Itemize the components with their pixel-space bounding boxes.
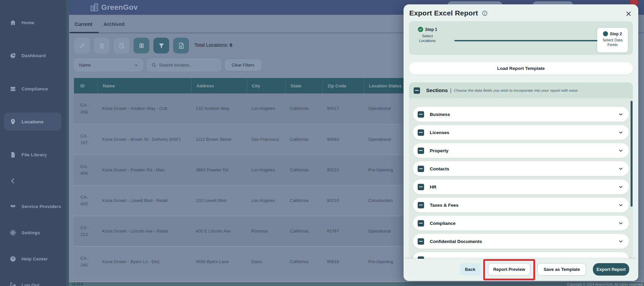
total-locations: Total Locations: 6 xyxy=(194,42,232,48)
section-row[interactable]: HR xyxy=(413,179,629,194)
section-row[interactable]: Property xyxy=(413,143,629,158)
search-input[interactable]: Search location... xyxy=(147,59,221,71)
section-row[interactable]: Confidential Documents xyxy=(413,234,629,249)
cell-name: Kona Grown - Aviation Way - Cult. xyxy=(98,93,191,124)
sections-scrollbar[interactable] xyxy=(631,101,633,207)
cell-city: San Francisco xyxy=(247,124,285,155)
sections-header: Sections | Choose the data fields you wi… xyxy=(409,82,633,98)
col-header-id[interactable]: ID xyxy=(74,78,98,93)
excel-export-icon xyxy=(178,42,185,49)
sidebar-item-compliance[interactable]: Compliance xyxy=(0,82,66,95)
cell-address: 4555 Byers Lane xyxy=(191,247,247,277)
step1-label: Step 1 xyxy=(425,27,437,32)
cell-city: Los Angeles xyxy=(247,155,285,185)
filter-button[interactable] xyxy=(153,38,169,53)
info-icon[interactable] xyxy=(482,10,488,16)
cell-state: California xyxy=(285,216,322,246)
sidebar-item-log-out[interactable]: Log Out xyxy=(0,278,66,286)
export-excel-button[interactable] xyxy=(173,38,189,53)
total-locations-label: Total Locations: xyxy=(194,42,228,48)
sidebar-item-help-center[interactable]: ? Help Center xyxy=(0,252,66,265)
section-checkbox[interactable] xyxy=(418,238,424,245)
col-header-state[interactable]: State xyxy=(285,78,322,93)
section-row[interactable]: Licenses xyxy=(413,125,629,140)
section-row[interactable]: Contacts xyxy=(413,161,629,176)
sidebar-item-label: Service Providers xyxy=(22,204,61,209)
section-checkbox[interactable] xyxy=(418,129,424,136)
sidebar: Home Dashboard Compliance Locations File… xyxy=(0,0,66,286)
chevron-down-icon xyxy=(618,166,623,171)
archive-location-button[interactable] xyxy=(114,38,129,53)
section-checkbox[interactable] xyxy=(418,111,424,118)
section-label: Taxes & Fees xyxy=(430,203,458,208)
tab-archived[interactable]: Archived xyxy=(104,22,124,27)
col-header-name[interactable]: Name xyxy=(98,78,191,93)
brand-name: GreenGov xyxy=(101,3,138,12)
col-header-zip[interactable]: Zip Code xyxy=(322,78,364,93)
list-location-icon xyxy=(118,42,125,49)
select-all-checkbox[interactable] xyxy=(414,87,420,94)
section-checkbox[interactable] xyxy=(418,166,424,172)
section-checkbox[interactable] xyxy=(418,148,424,154)
logout-icon xyxy=(9,282,16,286)
section-checkbox[interactable] xyxy=(418,220,424,227)
step-2: Step 2 Select Data Fields xyxy=(597,28,628,52)
sections-list: Business Licenses Property xyxy=(409,98,633,259)
sidebar-item-dashboard[interactable]: Dashboard xyxy=(0,49,66,62)
cell-id: CA - 197 xyxy=(74,124,98,155)
columns-button[interactable] xyxy=(134,38,149,53)
step-1: Step 1 Select Locations xyxy=(413,27,442,43)
back-button[interactable]: Back xyxy=(460,263,481,276)
section-label: HR xyxy=(430,185,437,190)
col-header-address[interactable]: Address xyxy=(191,78,247,93)
col-header-city[interactable]: City xyxy=(247,78,285,93)
filter-field-value: Name xyxy=(79,63,91,68)
stepper-connector xyxy=(454,40,598,41)
sidebar-item-label: Settings xyxy=(22,230,40,235)
step2-dot-icon xyxy=(603,31,608,36)
cell-name: Kona Grown - Lincoln Ave - Retail xyxy=(98,216,191,246)
section-checkbox[interactable] xyxy=(418,202,424,208)
sidebar-item-service-providers[interactable]: Service Providers xyxy=(0,200,66,213)
sidebar-item-locations[interactable]: Locations xyxy=(0,115,66,128)
sidebar-item-file-library[interactable]: File Library xyxy=(0,148,66,161)
section-label: Licenses xyxy=(430,130,449,135)
cell-zip: 95616 xyxy=(322,247,364,277)
chevron-down-icon xyxy=(618,220,623,226)
section-row[interactable]: Taxes & Fees xyxy=(413,198,629,212)
section-row[interactable]: Business xyxy=(413,107,629,122)
sidebar-item-settings[interactable]: Settings xyxy=(0,226,66,239)
inbox-icon xyxy=(9,85,16,92)
delete-location-button[interactable] xyxy=(94,38,110,53)
report-preview-button[interactable]: Report Preview xyxy=(488,263,530,276)
cell-state: California xyxy=(285,186,322,216)
clear-filters-button[interactable]: Clear Filters xyxy=(225,59,261,71)
cell-zip: 91767 xyxy=(322,216,364,246)
export-report-button[interactable]: Export Report xyxy=(593,263,629,276)
active-tab-underline xyxy=(70,32,99,33)
sidebar-item-label: File Library xyxy=(22,152,47,157)
total-locations-value: 6 xyxy=(230,42,232,48)
section-row[interactable]: Compliance xyxy=(413,216,629,231)
sidebar-item-home[interactable]: Home xyxy=(0,16,66,29)
section-label: Compliance xyxy=(430,221,456,226)
section-checkbox[interactable] xyxy=(418,184,424,190)
filter-field-select[interactable]: Name xyxy=(74,59,143,71)
load-report-template-button[interactable]: Load Report Template xyxy=(409,62,633,75)
sidebar-item-label: Locations xyxy=(22,119,44,124)
chevron-down-icon xyxy=(618,112,623,117)
cell-state: California xyxy=(285,155,322,185)
modal-footer: Back Report Preview Save as Template Exp… xyxy=(404,259,638,281)
export-stepper: Step 1 Select Locations Step 2 Select Da… xyxy=(409,21,633,55)
file-icon xyxy=(9,151,16,158)
cell-city: Los Angeles xyxy=(247,186,285,216)
close-icon[interactable] xyxy=(625,10,632,17)
cell-address: 1112 Brown Street xyxy=(191,124,247,155)
edit-location-button[interactable] xyxy=(74,38,90,53)
sidebar-collapse-button[interactable] xyxy=(0,174,66,188)
app-footer: v3.15.6 Copyright © 2024 AnamiTech, All … xyxy=(69,282,644,286)
tab-current[interactable]: Current xyxy=(75,22,92,27)
check-circle-icon xyxy=(418,27,423,32)
cell-zip: 90210 xyxy=(322,155,364,185)
save-as-template-button[interactable]: Save as Template xyxy=(537,263,586,276)
